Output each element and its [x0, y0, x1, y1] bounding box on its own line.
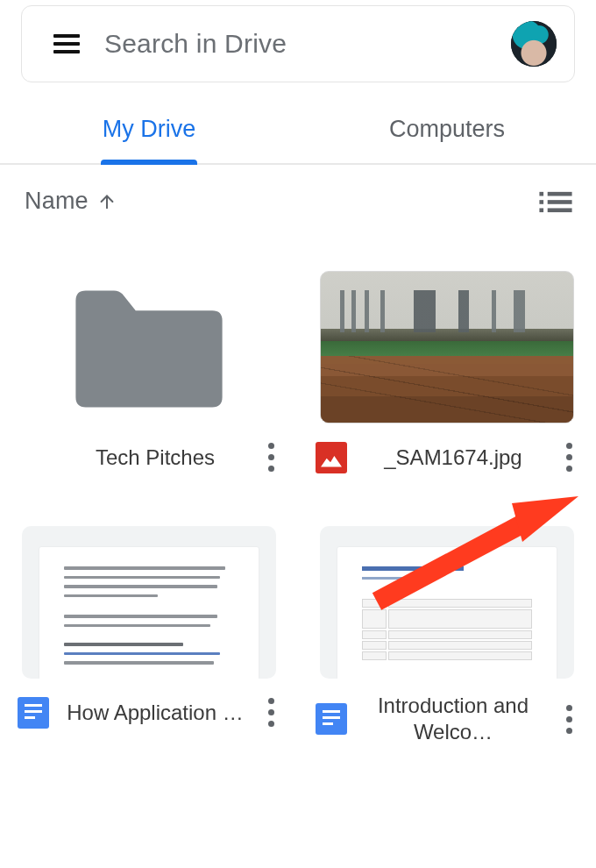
menu-icon[interactable] [53, 29, 80, 59]
sort-button[interactable]: Name [25, 188, 117, 215]
tab-my-drive[interactable]: My Drive [0, 95, 298, 163]
more-icon[interactable] [261, 693, 280, 732]
file-grid: Tech Pitches _SAM1674.jpg [0, 215, 596, 745]
search-bar: Search in Drive [21, 5, 575, 82]
docs-icon [18, 697, 49, 729]
more-icon[interactable] [559, 700, 578, 739]
doc-item[interactable]: Introduction and Welco… [316, 526, 578, 745]
svg-rect-5 [548, 208, 572, 212]
doc-thumbnail [22, 526, 276, 679]
search-input[interactable]: Search in Drive [104, 29, 486, 59]
sort-asc-icon [97, 192, 117, 211]
spacer [18, 442, 49, 473]
svg-rect-0 [539, 191, 543, 196]
sort-row: Name [0, 165, 596, 215]
sort-label: Name [25, 188, 89, 215]
file-name: Tech Pitches [54, 445, 256, 471]
more-icon[interactable] [559, 438, 578, 477]
svg-rect-1 [539, 200, 543, 204]
tab-computers[interactable]: Computers [298, 95, 596, 163]
list-view-icon[interactable] [538, 189, 573, 214]
file-name: How Application … [54, 700, 256, 726]
doc-item[interactable]: How Application … [18, 526, 280, 745]
image-item[interactable]: _SAM1674.jpg [316, 271, 578, 477]
folder-icon [22, 271, 276, 423]
avatar[interactable] [511, 21, 557, 67]
image-thumbnail [320, 271, 574, 423]
doc-thumbnail [320, 526, 574, 679]
tabs: My Drive Computers [0, 95, 596, 165]
folder-item[interactable]: Tech Pitches [18, 271, 280, 477]
svg-rect-4 [548, 200, 572, 204]
svg-rect-3 [548, 191, 572, 196]
file-name: Introduction and Welco… [352, 693, 554, 745]
svg-rect-2 [539, 208, 543, 212]
docs-icon [316, 703, 347, 735]
image-icon [316, 442, 347, 473]
file-name: _SAM1674.jpg [352, 445, 554, 471]
more-icon[interactable] [261, 438, 280, 477]
